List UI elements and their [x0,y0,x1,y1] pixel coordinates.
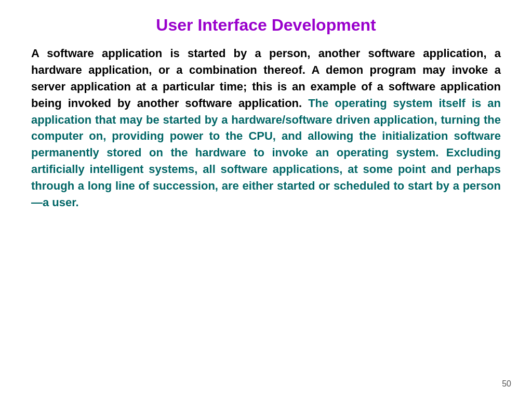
body-text-teal: The operating system itself is an applic… [31,97,501,209]
page-number: 50 [502,379,511,389]
slide-title: User Interface Development [31,16,501,35]
slide-body: A software application is started by a p… [31,45,501,211]
slide-container: User Interface Development A software ap… [0,0,532,399]
